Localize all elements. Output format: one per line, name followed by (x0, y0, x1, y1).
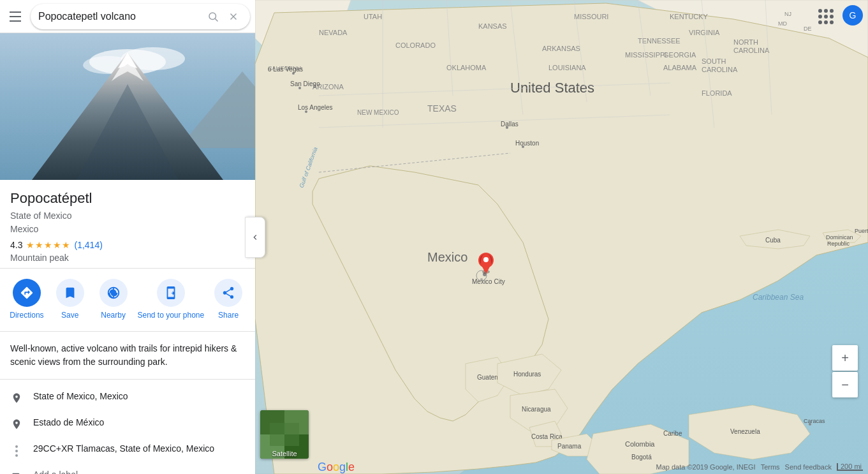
directions-icon-container (13, 279, 41, 307)
send-to-phone-label: Send to your phone (137, 311, 204, 321)
svg-rect-95 (270, 423, 299, 446)
svg-text:CAROLINA: CAROLINA (702, 66, 738, 73)
nearby-button[interactable]: Nearby (94, 279, 133, 321)
star-2: ★ (35, 240, 43, 250)
svg-text:CAROLINA: CAROLINA (733, 47, 770, 54)
svg-text:COLORADO: COLORADO (395, 41, 436, 49)
svg-text:San Diego: San Diego (290, 80, 320, 87)
svg-text:NJ: NJ (784, 11, 791, 17)
svg-point-78 (483, 257, 489, 262)
clear-search-button[interactable] (224, 8, 242, 26)
star-1: ★ (26, 240, 34, 250)
svg-text:Caribe: Caribe (663, 430, 682, 437)
svg-text:Panama: Panama (557, 443, 582, 450)
svg-text:Dominican: Dominican (826, 234, 853, 241)
label-icon (10, 470, 23, 474)
svg-text:MISSOURI: MISSOURI (574, 13, 608, 20)
send-to-phone-button[interactable]: Send to your phone (137, 279, 204, 321)
nearby-label: Nearby (101, 311, 126, 321)
save-label: Save (61, 311, 78, 321)
svg-text:Puerto Rico: Puerto Rico (855, 228, 868, 234)
svg-text:NORTH: NORTH (733, 38, 758, 46)
directions-label: Directions (10, 311, 43, 321)
svg-text:Republic: Republic (827, 241, 850, 247)
share-button[interactable]: Share (209, 279, 247, 321)
detail-location2-text: Estado de México (33, 417, 245, 427)
svg-text:ARKANSAS: ARKANSAS (542, 45, 580, 52)
rating-number: 4.3 (10, 240, 22, 250)
svg-text:KANSAS: KANSAS (478, 22, 507, 30)
detail-row-pluscode[interactable]: 29CC+XR Tlamacas, State of Mexico, Mexic… (0, 437, 255, 463)
search-input[interactable] (38, 11, 204, 22)
place-info: Popocatépetl State of Mexico Mexico 4.3 … (0, 180, 255, 269)
svg-text:Cuba: Cuba (765, 237, 781, 244)
send-feedback-link[interactable]: Send feedback (785, 463, 832, 471)
left-panel: Popocatépetl State of Mexico Mexico 4.3 … (0, 0, 255, 474)
map-area[interactable]: NEVADA UTAH COLORADO KANSAS MISSOURI KEN… (255, 0, 868, 474)
star-5: ★ (62, 240, 70, 250)
svg-text:ALABAMA: ALABAMA (663, 64, 697, 71)
star-3: ★ (44, 240, 52, 250)
svg-text:MISSISSIPPI: MISSISSIPPI (625, 51, 666, 59)
star-4: ★ (53, 240, 61, 250)
pluscode-icon (10, 444, 23, 457)
svg-text:MD: MD (778, 20, 787, 27)
action-buttons: Directions Save Nearby (0, 269, 255, 332)
zoom-in-button[interactable]: + (832, 345, 858, 371)
rating-row: 4.3 ★ ★ ★ ★ ★ (1,414) (10, 240, 245, 250)
svg-text:Caracas: Caracas (804, 418, 825, 424)
place-location: State of Mexico Mexico (10, 209, 245, 236)
search-bar (0, 0, 255, 33)
user-avatar[interactable]: G (842, 5, 863, 26)
app-grid-icon (818, 9, 834, 24)
map-attribution: Map data ©2019 Google, INEGI (656, 463, 756, 471)
svg-text:KENTUCKY: KENTUCKY (670, 13, 709, 20)
detail-label-text: Add a label (33, 470, 245, 474)
svg-text:Dallas: Dallas (501, 121, 519, 128)
svg-text:Mexico: Mexico (427, 250, 467, 264)
svg-point-74 (480, 278, 483, 281)
satellite-thumbnail[interactable]: Satellite (260, 410, 309, 459)
svg-text:o Las Vegas: o Las Vegas (268, 66, 303, 73)
detail-pluscode-text: 29CC+XR Tlamacas, State of Mexico, Mexic… (33, 443, 245, 454)
svg-text:Honduras: Honduras (513, 371, 541, 378)
detail-row-location1[interactable]: State of Mexico, Mexico (0, 385, 255, 411)
svg-text:FLORIDA: FLORIDA (702, 89, 732, 97)
google-logo: Google (318, 461, 355, 474)
detail-row-label[interactable]: Add a label (0, 463, 255, 474)
detail-location1-text: State of Mexico, Mexico (33, 391, 245, 401)
svg-text:UTAH: UTAH (364, 13, 382, 20)
terms-link[interactable]: Terms (761, 463, 780, 471)
send-to-phone-icon-container (157, 279, 185, 307)
location-pin-icon (10, 392, 23, 404)
svg-text:TENNESSEE: TENNESSEE (638, 37, 680, 45)
svg-text:Nicaragua: Nicaragua (522, 406, 551, 413)
app-grid-button[interactable] (814, 5, 837, 28)
zoom-out-button[interactable]: − (832, 372, 858, 397)
place-image (0, 33, 255, 180)
details-list: State of Mexico, Mexico Estado de México (0, 380, 255, 474)
svg-text:United States: United States (510, 80, 594, 96)
place-name: Popocatépetl (10, 190, 245, 207)
svg-text:DE: DE (804, 26, 812, 32)
review-count[interactable]: (1,414) (74, 240, 102, 250)
svg-text:Houston: Houston (515, 140, 539, 147)
search-submit-button[interactable] (204, 8, 222, 26)
svg-text:NEVADA: NEVADA (319, 29, 348, 36)
svg-text:GEORGIA: GEORGIA (663, 51, 696, 59)
map-controls: + − (832, 345, 858, 397)
svg-text:TEXAS: TEXAS (427, 103, 457, 114)
directions-button[interactable]: Directions (8, 279, 46, 321)
share-label: Share (218, 311, 239, 321)
svg-text:LOUISIANA: LOUISIANA (548, 64, 586, 71)
detail-row-location2[interactable]: Estado de México (0, 411, 255, 437)
svg-text:Colombia: Colombia (625, 440, 655, 448)
stars: ★ ★ ★ ★ ★ (26, 240, 70, 250)
svg-text:SOUTH: SOUTH (702, 57, 726, 65)
map-scale: 200 mi (837, 463, 863, 471)
save-icon-container (56, 279, 84, 307)
save-button[interactable]: Save (51, 279, 89, 321)
svg-text:Venezuela: Venezuela (730, 428, 760, 435)
collapse-panel-button[interactable] (245, 217, 265, 258)
menu-icon[interactable] (5, 6, 26, 27)
